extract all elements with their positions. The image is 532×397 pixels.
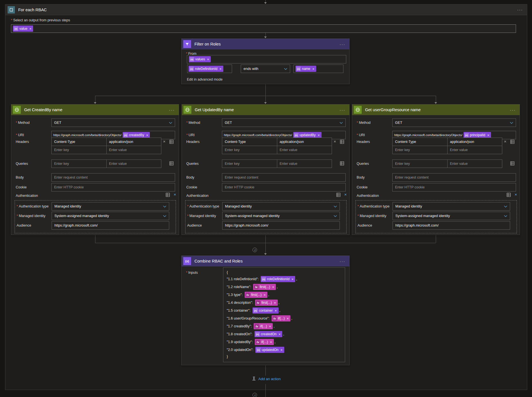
switch-to-text-mode-icon[interactable] (340, 140, 344, 144)
expression-token-pill[interactable]: fx if(...) × (254, 323, 273, 329)
cookie-input[interactable]: Enter HTTP cookie (392, 183, 516, 191)
expression-token-pill[interactable]: fx first(...) × (245, 292, 267, 298)
card-menu-button[interactable]: ··· (340, 259, 345, 264)
query-key-cell[interactable]: Enter key (51, 159, 107, 168)
audience-input[interactable]: https://graph.microsoft.com/ (393, 221, 510, 230)
edit-advanced-mode-link[interactable]: Edit in advanced mode (187, 77, 223, 81)
remove-token-icon[interactable]: × (29, 27, 32, 31)
query-value-cell[interactable]: Enter value (106, 159, 162, 168)
method-dropdown[interactable]: GET (222, 118, 346, 127)
foreach-menu-button[interactable]: ··· (517, 7, 523, 12)
info-icon[interactable]: i (253, 248, 257, 252)
remove-token-icon[interactable]: × (312, 67, 315, 71)
remove-token-icon[interactable]: × (318, 133, 320, 137)
method-dropdown[interactable]: GET (51, 118, 175, 127)
remove-authentication-icon[interactable]: × (174, 193, 176, 197)
dynamic-token-pill[interactable]: {x} roleDefinitionId × (189, 66, 223, 72)
query-key-cell[interactable]: Enter key (392, 159, 448, 168)
body-input[interactable]: Enter request content (392, 173, 516, 182)
authentication-type-dropdown[interactable]: Managed identity (52, 202, 169, 211)
header-key-cell[interactable]: Enter key (392, 146, 448, 154)
clear-headers-icon[interactable]: × (334, 140, 336, 143)
remove-token-icon[interactable]: × (269, 324, 271, 328)
switch-to-text-mode-icon[interactable] (169, 161, 173, 165)
foreach-output-input[interactable]: {x} value × (11, 24, 516, 33)
switch-to-text-mode-icon[interactable] (510, 140, 514, 144)
remove-token-icon[interactable]: × (146, 133, 148, 137)
expression-token-pill[interactable]: fx if(...) × (255, 339, 274, 345)
cookie-input[interactable]: Enter HTTP cookie (222, 183, 346, 191)
header-value-cell[interactable]: Enter value (277, 146, 332, 154)
header-key-cell[interactable]: Content-Type (222, 138, 277, 146)
card-menu-button[interactable]: ··· (340, 42, 345, 47)
header-key-cell[interactable]: Enter key (222, 146, 277, 154)
header-value-cell[interactable]: application/json (447, 138, 503, 146)
card-menu-button[interactable]: ··· (510, 108, 516, 112)
expression-token-pill[interactable]: fx first(...) × (255, 300, 278, 306)
body-input[interactable]: Enter request content (222, 173, 346, 182)
remove-token-icon[interactable]: × (219, 67, 222, 71)
remove-token-icon[interactable]: × (292, 277, 294, 281)
remove-token-icon[interactable]: × (280, 348, 283, 352)
header-key-cell[interactable]: Content-Type (51, 138, 107, 146)
remove-token-icon[interactable]: × (279, 332, 281, 336)
managed-identity-dropdown[interactable]: System-assigned managed identity (393, 212, 510, 220)
dynamic-token-pill[interactable]: {x} createdBy × (123, 132, 150, 138)
remove-token-icon[interactable]: × (263, 293, 266, 297)
header-key-cell[interactable]: Content-Type (392, 138, 448, 146)
header-key-cell[interactable]: Enter key (51, 146, 107, 154)
card-menu-button[interactable]: ··· (340, 108, 345, 112)
dynamic-token-pill[interactable]: {x} updatedBy × (293, 132, 322, 138)
dynamic-token-pill[interactable]: {x} values × (189, 56, 211, 62)
query-key-cell[interactable]: Enter key (222, 159, 277, 168)
method-dropdown[interactable]: GET (392, 118, 516, 127)
filter-condition-left-input[interactable]: {x} roleDefinitionId × (187, 65, 232, 73)
dynamic-token-pill[interactable]: {x} principalId × (464, 132, 491, 138)
card-header[interactable]: Get CreatedBy name ··· (11, 104, 179, 115)
add-action-button[interactable]: Add an action (251, 376, 281, 381)
switch-to-text-mode-icon[interactable] (336, 193, 340, 197)
dynamic-token-pill[interactable]: {x} createdOn × (254, 331, 283, 337)
header-value-cell[interactable]: Enter value (447, 146, 503, 154)
switch-to-text-mode-icon[interactable] (169, 140, 173, 144)
clear-headers-icon[interactable]: × (163, 140, 166, 143)
remove-token-icon[interactable]: × (272, 285, 274, 289)
remove-authentication-icon[interactable]: × (344, 193, 347, 197)
dynamic-token-pill[interactable]: {x} updatedOn × (255, 347, 284, 353)
remove-token-icon[interactable]: × (207, 57, 209, 61)
dynamic-token-pill[interactable]: {x} name × (295, 66, 316, 72)
filter-from-input[interactable]: {x} values × (187, 55, 346, 63)
authentication-type-dropdown[interactable]: Managed identity (222, 202, 340, 211)
body-input[interactable]: Enter request content (51, 173, 175, 182)
card-header[interactable]: Get UpdatedBy name ··· (182, 104, 349, 115)
header-value-cell[interactable]: Enter value (106, 146, 162, 154)
foreach-header[interactable]: For each RBAC ··· (5, 4, 527, 15)
card-header[interactable]: {x} Combine RBAC and Roles ··· (182, 256, 349, 266)
remove-token-icon[interactable]: × (270, 340, 272, 344)
query-value-cell[interactable]: Enter value (447, 159, 503, 168)
authentication-type-dropdown[interactable]: Managed identity (393, 202, 510, 211)
dynamic-token-pill[interactable]: {x} container × (253, 307, 279, 314)
dynamic-token-pill[interactable]: {x} value × (13, 26, 33, 32)
cookie-input[interactable]: Enter HTTP cookie (51, 183, 175, 191)
switch-to-text-mode-icon[interactable] (166, 193, 170, 197)
remove-authentication-icon[interactable]: × (515, 193, 517, 197)
managed-identity-dropdown[interactable]: System-assigned managed identity (52, 212, 169, 220)
switch-to-text-mode-icon[interactable] (507, 193, 511, 197)
remove-token-icon[interactable]: × (287, 316, 289, 321)
expression-token-pill[interactable]: fx if(...) × (272, 315, 291, 321)
dynamic-token-pill[interactable]: {x} roleDefinitionId × (261, 276, 295, 282)
switch-to-text-mode-icon[interactable] (510, 161, 514, 165)
expression-token-pill[interactable]: fx first(...) × (253, 284, 276, 290)
card-menu-button[interactable]: ··· (169, 108, 175, 112)
header-value-cell[interactable]: application/json (277, 138, 332, 146)
remove-token-icon[interactable]: × (275, 309, 277, 313)
remove-token-icon[interactable]: × (487, 133, 489, 137)
clear-headers-icon[interactable]: × (504, 140, 506, 143)
query-value-cell[interactable]: Enter value (277, 159, 332, 168)
audience-input[interactable]: https://graph.microsoft.com/ (222, 221, 340, 230)
info-icon[interactable]: i (253, 393, 257, 397)
card-header[interactable]: Filter on Roles ··· (182, 39, 349, 49)
managed-identity-dropdown[interactable]: System-assigned managed identity (222, 212, 340, 220)
switch-to-text-mode-icon[interactable] (340, 161, 344, 165)
